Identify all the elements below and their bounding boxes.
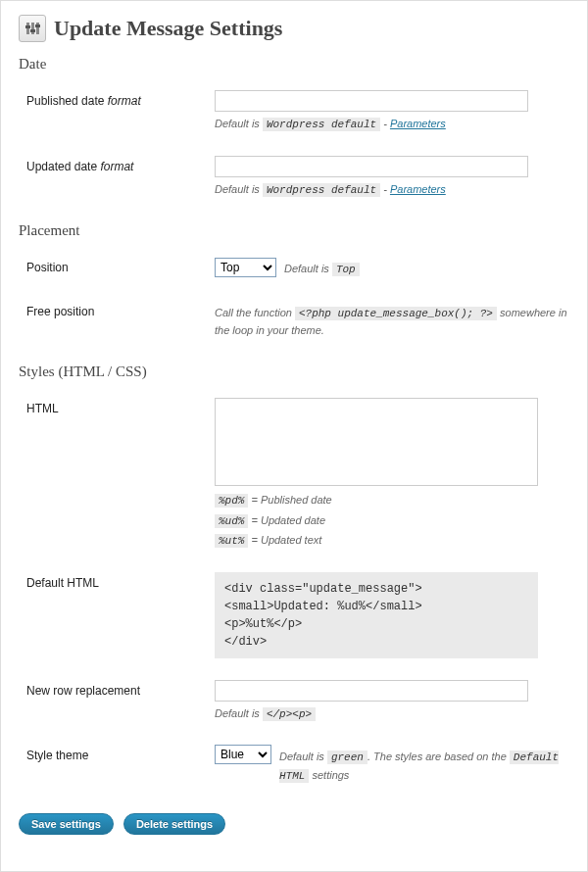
section-date: Date — [19, 56, 569, 73]
default-html-code: <div class="update_message"> <small>Upda… — [215, 572, 538, 658]
svg-rect-2 — [36, 23, 39, 34]
html-textarea[interactable] — [215, 398, 538, 486]
position-select[interactable]: TopBottom — [215, 258, 276, 277]
updated-date-label: Updated date format — [19, 150, 215, 216]
newrow-label: New row replacement — [19, 674, 215, 740]
sliders-icon — [19, 15, 46, 42]
style-theme-select[interactable]: BlueGreen — [215, 745, 271, 764]
position-label: Position — [19, 251, 215, 295]
delete-button[interactable]: Delete settings — [123, 813, 225, 835]
svg-rect-3 — [25, 25, 30, 28]
updated-params-link[interactable]: Parameters — [390, 183, 446, 195]
default-html-label: Default HTML — [19, 566, 215, 674]
newrow-hint: Default is </p><p> — [215, 705, 569, 724]
save-button[interactable]: Save settings — [19, 813, 114, 835]
published-params-link[interactable]: Parameters — [390, 118, 446, 129]
published-date-input[interactable] — [215, 90, 528, 112]
html-label: HTML — [19, 392, 215, 566]
section-styles: Styles (HTML / CSS) — [19, 363, 569, 380]
position-hint: Default is Top — [284, 261, 360, 279]
page-title-text: Update Message Settings — [54, 16, 282, 41]
free-position-hint: Call the function <?php update_message_b… — [215, 305, 569, 340]
page-title: Update Message Settings — [19, 15, 569, 42]
published-date-hint: Default is Wordpress default - Parameter… — [215, 116, 569, 134]
svg-rect-4 — [30, 29, 35, 32]
published-date-label: Published date format — [19, 84, 215, 150]
svg-rect-1 — [31, 23, 34, 34]
newrow-input[interactable] — [215, 680, 528, 702]
svg-rect-5 — [35, 24, 40, 27]
section-placement: Placement — [19, 222, 569, 239]
style-theme-hint: Default is green. The styles are based o… — [279, 749, 569, 785]
updated-date-hint: Default is Wordpress default - Parameter… — [215, 181, 569, 200]
updated-date-input[interactable] — [215, 156, 528, 177]
html-legend: %pd% = Published date %ud% = Updated dat… — [215, 492, 569, 551]
free-position-label: Free position — [19, 295, 215, 356]
style-theme-label: Style theme — [19, 739, 215, 800]
